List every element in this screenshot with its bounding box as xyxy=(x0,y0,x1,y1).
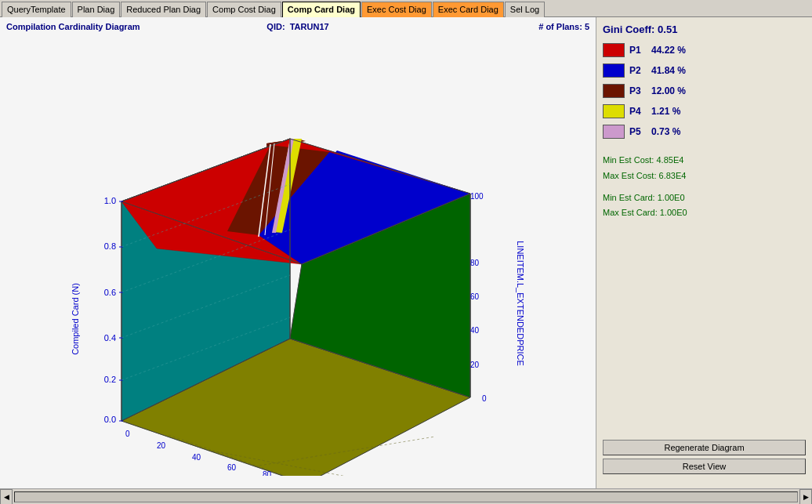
scrollbar-track[interactable] xyxy=(14,491,798,502)
svg-text:0.0: 0.0 xyxy=(104,415,116,424)
svg-text:Compiled Card (N): Compiled Card (N) xyxy=(71,283,80,355)
min-est-cost: Min Est Cost: 4.85E4 xyxy=(603,153,806,169)
legend-row-p2: P2 41.84 % xyxy=(603,63,806,78)
max-est-cost: Max Est Cost: 6.83E4 xyxy=(603,169,806,184)
chart-area: Compilation Cardinality Diagram QID: TAR… xyxy=(0,17,596,488)
svg-text:LINEITEM.L_EXTENDEDPRICE: LINEITEM.L_EXTENDEDPRICE xyxy=(516,241,525,366)
legend-color-p3 xyxy=(603,84,625,98)
3d-chart[interactable]: 1.0 0.8 0.6 0.4 0.2 0.0 Compiled Card (N… xyxy=(0,37,564,476)
regenerate-button[interactable]: Regenerate Diagram xyxy=(603,440,806,455)
right-panel: Gini Coeff: 0.51 P1 44.22 % P2 41.84 % P… xyxy=(596,17,812,488)
plans-label: # of Plans: 5 xyxy=(538,22,589,31)
tab-sel-log[interactable]: Sel Log xyxy=(505,2,545,17)
legend-color-p5 xyxy=(603,125,625,139)
tab-bar: QueryTemplate Plan Diag Reduced Plan Dia… xyxy=(0,0,812,17)
svg-text:100: 100 xyxy=(470,192,484,201)
legend-row-p4: P4 1.21 % xyxy=(603,104,806,118)
tab-plan-diag[interactable]: Plan Diag xyxy=(72,2,121,17)
svg-text:60: 60 xyxy=(227,463,237,472)
svg-text:0: 0 xyxy=(482,394,487,403)
svg-text:1.0: 1.0 xyxy=(104,196,116,205)
svg-text:0.2: 0.2 xyxy=(104,375,116,384)
svg-text:0: 0 xyxy=(125,430,130,438)
legend-color-p4 xyxy=(603,104,625,118)
tab-comp-card-diag[interactable]: Comp Card Diag xyxy=(282,2,361,17)
legend-row-p1: P1 44.22 % xyxy=(603,43,806,57)
scroll-right-button[interactable]: ▶ xyxy=(799,489,812,505)
tab-reduced-plan-diag[interactable]: Reduced Plan Diag xyxy=(121,2,206,17)
legend-color-p1 xyxy=(603,43,625,57)
svg-text:0.6: 0.6 xyxy=(104,288,116,297)
legend-color-p2 xyxy=(603,63,625,78)
max-est-card: Max Est Card: 1.00E0 xyxy=(603,205,806,221)
tab-exec-cost-diag[interactable]: Exec Cost Diag xyxy=(361,2,432,17)
reset-view-button[interactable]: Reset View xyxy=(603,459,806,474)
svg-text:40: 40 xyxy=(192,453,201,462)
chart-title: Compilation Cardinality Diagram xyxy=(6,22,140,31)
qid-label: QID: TARUN17 xyxy=(266,22,328,31)
svg-text:20: 20 xyxy=(470,361,480,369)
svg-text:60: 60 xyxy=(470,292,480,301)
svg-text:80: 80 xyxy=(470,259,480,267)
tab-query-template[interactable]: QueryTemplate xyxy=(2,2,71,17)
svg-text:40: 40 xyxy=(470,326,480,335)
legend-row-p5: P5 0.73 % xyxy=(603,125,806,139)
svg-text:80: 80 xyxy=(263,470,272,476)
min-est-card: Min Est Card: 1.00E0 xyxy=(603,190,806,206)
tab-exec-card-diag[interactable]: Exec Card Diag xyxy=(433,2,504,17)
scrollbar-area: ◀ ▶ xyxy=(0,488,812,504)
tab-comp-cost-diag[interactable]: Comp Cost Diag xyxy=(207,2,281,17)
legend-row-p3: P3 12.00 % xyxy=(603,84,806,98)
gini-header: Gini Coeff: 0.51 xyxy=(603,24,806,35)
svg-text:0.4: 0.4 xyxy=(104,333,116,343)
stats-block: Min Est Cost: 4.85E4 Max Est Cost: 6.83E… xyxy=(603,153,806,221)
svg-text:0.8: 0.8 xyxy=(104,241,116,251)
scroll-left-button[interactable]: ◀ xyxy=(0,489,13,505)
svg-text:20: 20 xyxy=(157,441,166,450)
btn-section: Regenerate Diagram Reset View xyxy=(603,440,806,482)
